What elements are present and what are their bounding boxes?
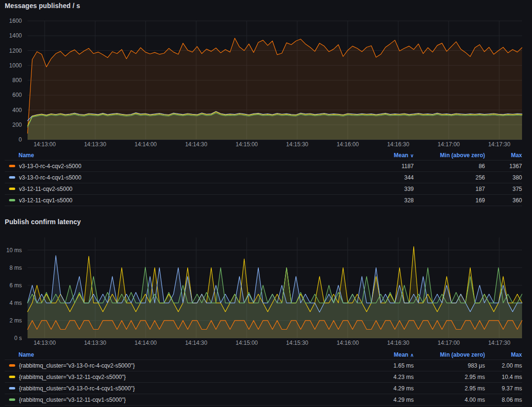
y-axis-tick-label: 200 [12,122,22,128]
x-axis-tick-label: 14:17:00 [437,141,460,148]
x-axis-tick-label: 14:15:00 [236,340,258,346]
x-axis-tick-label: 14:16:00 [337,141,359,148]
y-axis-tick-label: 6 ms [10,282,22,289]
legend-header-min[interactable]: Min (above zero) [414,152,485,159]
min-value: 86 [414,163,485,170]
legend-row: {rabbitmq_cluster="v3-12-11-cqv2-s5000"}… [5,371,522,383]
series-color-swatch[interactable] [9,199,15,201]
legend-row: {rabbitmq_cluster="v3-13-0-rc-4-cqv2-s50… [5,360,522,371]
y-axis-tick-label: 0 s [14,335,22,341]
legend-table: Name Mean∧ Min (above zero) Max {rabbitm… [5,350,522,406]
legend-header-mean[interactable]: Mean∨ [358,152,414,159]
y-axis-tick-label: 1600 [9,18,22,24]
series-color-swatch[interactable] [9,188,15,190]
x-axis-tick-label: 14:17:30 [488,141,511,148]
panel-messages-published: Messages published / s 02004006008001000… [0,0,532,212]
mean-value: 344 [358,174,414,181]
grafana-dashboard: Messages published / s 02004006008001000… [0,0,532,407]
y-axis-tick-label: 800 [12,77,22,84]
y-axis-tick-label: 400 [12,107,22,114]
legend-row: v3-13-0-rc-4-cqv1-s5000 344 256 380 [5,172,522,183]
y-axis-tick-label: 4 ms [10,300,22,306]
legend-header-row: Name Mean∧ Min (above zero) Max [5,350,522,360]
y-axis-tick-label: 8 ms [10,265,22,271]
x-axis-tick-label: 14:14:30 [185,141,208,148]
mean-value: 328 [358,197,414,204]
series-color-swatch[interactable] [9,364,15,367]
min-value: 2.95 ms [414,385,485,392]
messages-published-chart[interactable]: 0200400600800100012001400160014:13:0014:… [0,0,532,152]
min-value: 4.00 ms [414,397,485,403]
x-axis-tick-label: 14:17:30 [488,340,511,346]
legend-header-max[interactable]: Max [485,351,522,358]
legend-row: {rabbitmq_cluster="v3-13-0-rc-4-cqv1-s50… [5,383,522,394]
series-name[interactable]: {rabbitmq_cluster="v3-12-11-cqv1-s5000"} [19,397,126,403]
y-axis-tick-label: 1400 [9,32,22,39]
series-color-swatch[interactable] [9,376,15,378]
sort-caret-icon: ∨ [410,153,414,158]
series-name[interactable]: {rabbitmq_cluster="v3-13-0-rc-4-cqv1-s50… [19,385,135,392]
max-value: 380 [485,174,522,181]
legend-row: v3-12-11-cqv2-s5000 339 187 375 [5,183,522,195]
y-axis-tick-label: 10 ms [6,247,22,254]
x-axis-tick-label: 14:16:30 [387,141,409,148]
panel-publish-confirm-latency: Publish confirm latency 0 s2 ms4 ms6 ms8… [0,216,532,407]
series-name[interactable]: v3-13-0-rc-4-cqv1-s5000 [19,174,81,181]
y-axis-tick-label: 1200 [9,47,22,54]
max-value: 360 [485,197,522,204]
series-name[interactable]: {rabbitmq_cluster="v3-12-11-cqv2-s5000"} [19,374,126,380]
series-name[interactable]: {rabbitmq_cluster="v3-13-0-rc-4-cqv2-s50… [19,362,135,369]
series-name[interactable]: v3-12-11-cqv2-s5000 [19,186,73,192]
min-value: 169 [414,197,485,204]
series-color-swatch[interactable] [9,387,15,389]
legend-table: Name Mean∨ Min (above zero) Max v3-13-0-… [5,151,522,206]
sort-caret-icon: ∧ [410,352,414,358]
legend-header-row: Name Mean∨ Min (above zero) Max [5,151,522,161]
max-value: 1367 [485,163,522,170]
min-value: 256 [414,174,485,181]
x-axis-tick-label: 14:13:00 [34,141,56,148]
mean-value: 1.65 ms [358,362,414,369]
legend-row: {rabbitmq_cluster="v3-12-11-cqv1-s5000"}… [5,394,522,406]
mean-value: 339 [358,186,414,192]
mean-value: 1187 [358,163,414,170]
legend-header-min[interactable]: Min (above zero) [414,351,485,358]
y-axis-tick-label: 1000 [9,62,22,69]
max-value: 375 [485,186,522,192]
legend-header-max[interactable]: Max [485,152,522,159]
x-axis-tick-label: 14:14:30 [185,340,208,346]
min-value: 2.95 ms [414,374,485,380]
legend-header-mean[interactable]: Mean∧ [358,351,414,358]
series-area-fill [28,113,522,140]
min-value: 983 µs [414,362,485,369]
x-axis-tick-label: 14:16:30 [387,340,409,346]
max-value: 2.00 ms [485,362,522,369]
max-value: 10.4 ms [485,374,522,380]
x-axis-tick-label: 14:16:00 [337,340,359,346]
series-color-swatch[interactable] [9,398,15,401]
x-axis-tick-label: 14:15:00 [236,141,258,148]
x-axis-tick-label: 14:15:30 [286,141,308,148]
legend-row: v3-12-11-cqv1-s5000 328 169 360 [5,195,522,206]
x-axis-tick-label: 14:14:00 [134,141,157,148]
y-axis-tick-label: 600 [12,92,22,98]
series-name[interactable]: v3-12-11-cqv1-s5000 [19,197,73,204]
x-axis-tick-label: 14:13:30 [84,141,106,148]
y-axis-tick-label: 2 ms [10,317,22,324]
x-axis-tick-label: 14:15:30 [286,340,308,346]
mean-value: 4.23 ms [358,374,414,380]
legend-row: v3-13-0-rc-4-cqv2-s5000 1187 86 1367 [5,161,522,172]
y-axis-tick-label: 0 [19,136,22,143]
publish-confirm-latency-chart[interactable]: 0 s2 ms4 ms6 ms8 ms10 ms14:13:0014:13:30… [0,216,532,351]
max-value: 8.06 ms [485,397,522,403]
legend-header-name[interactable]: Name [5,152,358,159]
mean-value: 4.29 ms [358,385,414,392]
x-axis-tick-label: 14:13:30 [84,340,106,346]
series-color-swatch[interactable] [9,176,15,179]
x-axis-tick-label: 14:13:00 [34,340,56,346]
series-name[interactable]: v3-13-0-rc-4-cqv2-s5000 [19,163,81,170]
max-value: 9.37 ms [485,385,522,392]
legend-header-name[interactable]: Name [5,351,358,358]
x-axis-tick-label: 14:17:00 [437,340,460,346]
series-color-swatch[interactable] [9,165,15,167]
